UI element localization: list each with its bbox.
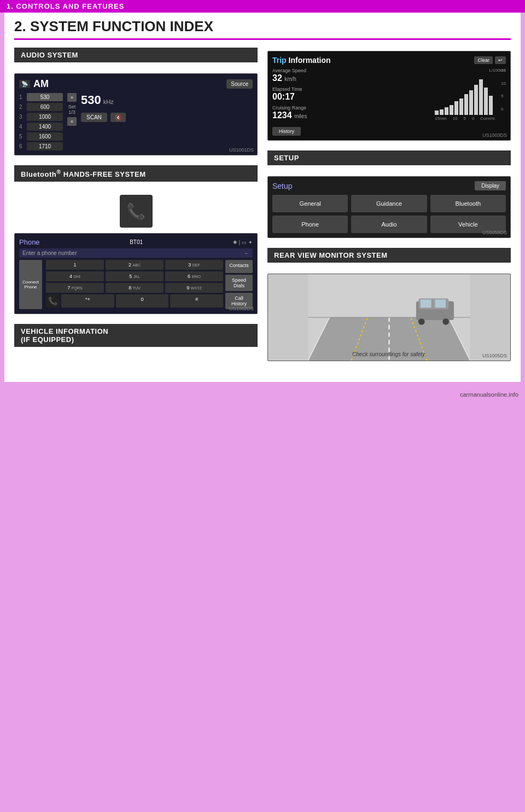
vehicle-info-section: VEHICLE INFORMATION(IF EQUIPPED) — [14, 324, 258, 355]
trip-screenshot: Trip Information Clear ↩ Average Speed — [267, 51, 511, 141]
call-btn[interactable]: 📞 — [46, 294, 60, 308]
setup-btn-general[interactable]: General — [272, 195, 348, 212]
chart-bar-9 — [479, 79, 483, 115]
setup-btn-audio[interactable]: Audio — [351, 216, 427, 233]
axis-label-0: 0 — [501, 107, 506, 112]
key-5[interactable]: 5 JKL — [106, 271, 164, 281]
keypad-main: 1 2 ABC 3 DEF 4 GHI 5 JKL 6 MNO 7 PQRS — [46, 260, 223, 309]
vehicle-info-title: VEHICLE INFORMATION(IF EQUIPPED) — [21, 327, 108, 344]
elapsed-label: Elapsed Time — [272, 86, 430, 92]
key-hash[interactable]: # — [170, 294, 223, 308]
trip-chart-axis: 15 10 5 0 — [501, 68, 506, 112]
rvm-svg — [268, 274, 510, 361]
trip-title-post: Information — [289, 56, 331, 65]
top-bar-text: 1. CONTROLS AND FEATURES — [7, 2, 124, 10]
key-1[interactable]: 1 — [46, 260, 104, 270]
source-button[interactable]: Source — [226, 79, 253, 89]
setup-btn-guidance[interactable]: Guidance — [351, 195, 427, 212]
preset-list: 1530260031000414005160061710 — [19, 93, 63, 150]
audio-signal-icon: 📡 — [19, 80, 30, 88]
key-8[interactable]: 8 TUV — [106, 283, 164, 293]
svg-point-11 — [418, 318, 425, 325]
preset-item-3[interactable]: 31000 — [19, 113, 63, 121]
history-btn[interactable]: History — [272, 127, 301, 136]
freq-display: 530 kHz SCAN 🔇 — [81, 93, 253, 150]
preset-item-4[interactable]: 41400 — [19, 123, 63, 131]
chart-bar-5 — [459, 98, 463, 115]
preset-item-2[interactable]: 2600 — [19, 103, 63, 111]
bt-section-desc — [14, 185, 258, 189]
phone-keypad: ConnectPhone 1 2 ABC 3 DEF 4 GHI 5 — [19, 260, 253, 309]
chart-bar-10 — [484, 88, 488, 115]
setup-btn-bluetooth[interactable]: Bluetooth — [430, 195, 506, 212]
phone-header: Phone BT01 ✱ | ▭ ✦ — [19, 238, 253, 246]
preset-freq: 1000 — [27, 113, 63, 121]
vehicle-info-desc — [14, 350, 258, 355]
setup-display-btn[interactable]: Display — [475, 181, 506, 190]
trip-clear-btn[interactable]: Clear — [474, 56, 493, 64]
left-column: AUDIO SYSTEM 📡 AM Source 1530260 — [14, 48, 258, 371]
range-unit: miles — [294, 113, 307, 119]
xlabel-current: Current — [480, 116, 495, 121]
preset-num: 4 — [19, 124, 25, 130]
right-column: Trip Information Clear ↩ Average Speed — [267, 48, 511, 371]
key-4[interactable]: 4 GHI — [46, 271, 104, 281]
axis-label-5: 5 — [501, 94, 506, 98]
rvm-screenshot-id: US1005DS — [482, 353, 507, 358]
preset-item-6[interactable]: 61710 — [19, 142, 63, 150]
preset-num: 6 — [19, 143, 25, 149]
network-icon: ✦ — [248, 240, 253, 245]
xlabel-10: 10 — [453, 116, 458, 121]
trip-back-btn[interactable]: ↩ — [495, 56, 506, 64]
chart-bar-1 — [440, 109, 444, 115]
phone-screenshot-id: US1002DS — [229, 306, 254, 311]
avg-speed-value: 32 — [272, 73, 282, 83]
nav-back-btn[interactable]: « — [67, 117, 77, 126]
phone-symbol: 📞 — [126, 202, 145, 221]
setup-screenshot-id: US5058DS — [482, 230, 507, 235]
keypad-row-2: 4 GHI 5 JKL 6 MNO — [46, 271, 223, 281]
phone-status-icons: ✱ | ▭ ✦ — [233, 240, 253, 245]
trip-title-pre: Trip — [272, 56, 287, 65]
elapsed-value: 00:17 — [272, 92, 430, 102]
trip-header-buttons: Clear ↩ — [474, 56, 506, 64]
preset-freq: 600 — [27, 103, 63, 111]
range-value: 1234 — [272, 111, 292, 120]
trip-history-row: History — [272, 124, 506, 136]
chart-bar-11 — [489, 96, 493, 115]
key-star[interactable]: *+ — [61, 294, 114, 308]
key-7[interactable]: 7 PQRS — [46, 283, 104, 293]
audio-header: 📡 AM Source — [19, 78, 253, 90]
avg-speed-unit: km/h — [284, 76, 296, 82]
nav-forward-btn[interactable]: » — [67, 93, 77, 102]
scan-button[interactable]: SCAN — [81, 113, 107, 122]
contacts-btn[interactable]: Contacts — [225, 260, 253, 273]
avg-speed-label: Average Speed — [272, 68, 430, 73]
preset-item-5[interactable]: 51600 — [19, 132, 63, 141]
trip-screenshot-id: US1003DS — [482, 132, 507, 138]
trip-section: Trip Information Clear ↩ Average Speed — [267, 51, 511, 141]
phone-bt-label: BT01 — [130, 239, 143, 245]
preset-freq: 1400 — [27, 123, 63, 131]
trip-chart-container: 15 10 5 0 — [435, 74, 506, 115]
key-0[interactable]: 0 — [116, 294, 169, 308]
key-3[interactable]: 3 DEF — [165, 260, 223, 270]
chart-bar-2 — [445, 107, 448, 115]
connect-phone-btn[interactable]: ConnectPhone — [19, 260, 42, 309]
preset-num: 1 — [19, 94, 25, 100]
audio-am-label: AM — [33, 78, 49, 90]
audio-body: 1530260031000414005160061710 » Set1/3 « … — [19, 93, 253, 150]
setup-screenshot: Setup Display GeneralGuidanceBluetoothPh… — [267, 176, 511, 238]
top-bar: 1. CONTROLS AND FEATURES — [0, 0, 525, 13]
key-2[interactable]: 2 ABC — [106, 260, 164, 270]
key-6[interactable]: 6 MNO — [165, 271, 223, 281]
setup-btn-phone[interactable]: Phone — [272, 216, 348, 233]
preset-item-1[interactable]: 1530 — [19, 93, 63, 101]
rvm-section: REAR VIEW MONITOR SYSTEM — [267, 248, 511, 361]
mute-button[interactable]: 🔇 — [110, 113, 126, 122]
preset-freq: 1600 — [27, 132, 63, 141]
speed-dials-btn[interactable]: SpeedDials — [225, 275, 253, 291]
key-9[interactable]: 9 WXYZ — [165, 283, 223, 293]
phone-backspace-btn[interactable]: ← — [244, 250, 249, 256]
svg-point-12 — [442, 318, 449, 325]
